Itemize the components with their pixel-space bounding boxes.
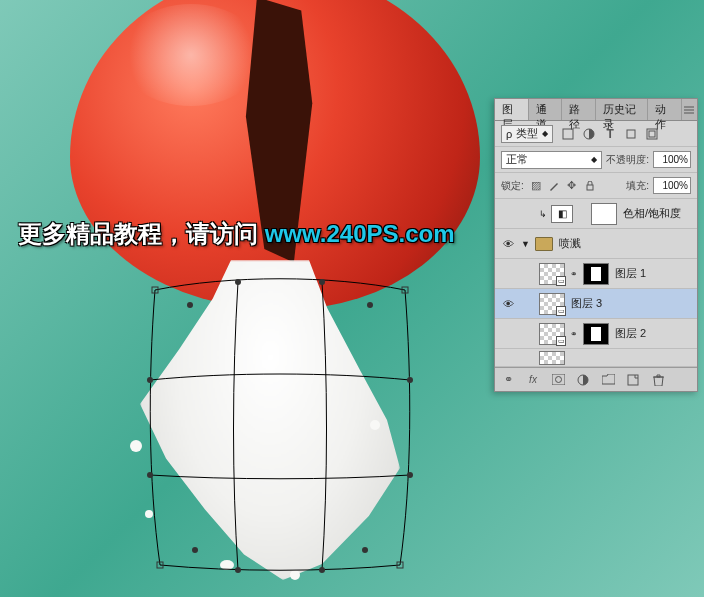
layer-filter-row: ρ类型◆ T [495,121,697,147]
filter-smartobject-icon[interactable] [645,127,659,141]
tab-history[interactable]: 历史记录 [596,99,648,120]
add-mask-icon[interactable] [551,373,565,387]
layers-list: ↳ ◧ 色相/饱和度 👁 ▼ 喷溅 ▭ ⚭ 图层 1 👁 ▭ 图层 3 [495,199,697,367]
filter-shape-icon[interactable] [624,127,638,141]
hue-saturation-icon: ◧ [551,205,573,223]
group-toggle-icon[interactable]: ▼ [521,239,531,249]
layer-name[interactable]: 图层 1 [613,266,646,281]
tomato-stem [242,0,302,3]
watermark-cn: 更多精品教程，请访问 [18,220,265,247]
svg-point-26 [555,377,561,383]
layer-row-layer2[interactable]: ▭ ⚭ 图层 2 [495,319,697,349]
new-group-icon[interactable] [601,373,615,387]
lock-transparent-icon[interactable]: ▨ [530,180,542,192]
tomato-highlight [119,4,263,106]
opacity-input[interactable]: 100% [653,151,691,168]
panel-footer: ⚭ fx [495,367,697,391]
layer-fx-icon[interactable]: fx [526,373,540,387]
mask-link-icon[interactable]: ⚭ [569,269,579,279]
filter-type-icon[interactable]: T [603,127,617,141]
visibility-toggle[interactable]: 👁 [499,238,517,250]
clip-indicator-icon: ↳ [539,209,547,219]
blend-mode-select[interactable]: 正常◆ [501,151,602,169]
layer-row-adjustment[interactable]: ↳ ◧ 色相/饱和度 [495,199,697,229]
tab-actions[interactable]: 动作 [648,99,682,120]
fill-label: 填充: [626,179,649,193]
layer-mask-thumb[interactable] [591,203,617,225]
layer-name[interactable]: 喷溅 [557,236,581,251]
layer-row-layer3[interactable]: 👁 ▭ 图层 3 [495,289,697,319]
tab-layers[interactable]: 图层 [495,99,529,120]
layer-name[interactable]: 图层 3 [569,296,602,311]
layer-row-partial[interactable] [495,349,697,367]
layer-thumb[interactable] [539,351,565,365]
new-adjustment-icon[interactable] [576,373,590,387]
tab-channels[interactable]: 通道 [529,99,563,120]
smartobject-badge-icon: ▭ [556,306,566,316]
layer-row-layer1[interactable]: ▭ ⚭ 图层 1 [495,259,697,289]
layer-mask-thumb[interactable] [583,263,609,285]
layer-name[interactable]: 图层 2 [613,326,646,341]
lock-fill-row: 锁定: ▨ ✥ 填充: 100% [495,173,697,199]
filter-adjustment-icon[interactable] [582,127,596,141]
watermark-url: www.240PS.com [265,220,455,247]
layers-panel[interactable]: 图层 通道 路径 历史记录 动作 ρ类型◆ T 正常◆ 不透明度: 100% 锁… [494,98,698,392]
layer-mask-thumb[interactable] [583,323,609,345]
visibility-toggle[interactable]: 👁 [499,298,517,310]
smartobject-badge-icon: ▭ [556,276,566,286]
tab-paths[interactable]: 路径 [562,99,596,120]
folder-icon [535,237,553,251]
link-layers-icon[interactable]: ⚭ [501,373,515,387]
svg-rect-23 [649,131,655,137]
layer-thumb[interactable]: ▭ [539,293,565,315]
milk-splash [140,260,400,580]
layer-name[interactable]: 色相/饱和度 [621,206,681,221]
layer-thumb[interactable]: ▭ [539,263,565,285]
panel-tabs: 图层 通道 路径 历史记录 动作 [495,99,697,121]
layer-row-group[interactable]: 👁 ▼ 喷溅 [495,229,697,259]
watermark-text: 更多精品教程，请访问 www.240PS.com [18,218,455,250]
lock-label: 锁定: [501,179,524,193]
panel-menu-icon[interactable] [682,99,697,120]
new-layer-icon[interactable] [626,373,640,387]
svg-rect-21 [627,130,635,138]
blend-opacity-row: 正常◆ 不透明度: 100% [495,147,697,173]
mask-link-icon[interactable]: ⚭ [569,329,579,339]
opacity-label: 不透明度: [606,153,649,167]
filter-kind-select[interactable]: ρ类型◆ [501,125,553,143]
lock-position-icon[interactable]: ✥ [566,180,578,192]
svg-rect-25 [552,374,565,385]
fill-input[interactable]: 100% [653,177,691,194]
lock-all-icon[interactable] [584,180,596,192]
svg-rect-19 [563,129,573,139]
svg-point-5 [407,377,413,383]
lock-pixels-icon[interactable] [548,180,560,192]
svg-rect-28 [628,375,638,385]
smartobject-badge-icon: ▭ [556,336,566,346]
svg-point-7 [407,472,413,478]
delete-layer-icon[interactable] [651,373,665,387]
layer-thumb[interactable]: ▭ [539,323,565,345]
filter-pixel-icon[interactable] [561,127,575,141]
svg-rect-24 [587,185,593,190]
